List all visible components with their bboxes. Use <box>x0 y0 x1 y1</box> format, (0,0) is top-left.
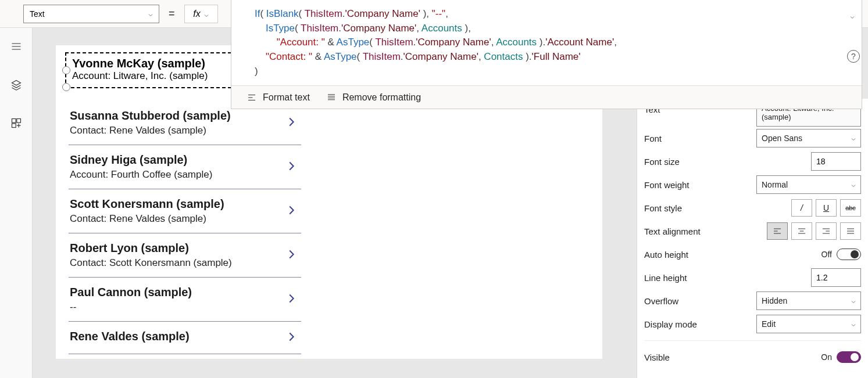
chevron-down-icon <box>147 11 153 17</box>
chevron-right-icon[interactable] <box>285 248 298 263</box>
prop-fontweight-label: Font weight <box>644 180 756 190</box>
gallery-item[interactable]: Sidney Higa (sample) Account: Fourth Cof… <box>69 145 301 189</box>
gallery-item-subtitle: Account: Fourth Coffee (sample) <box>70 169 273 181</box>
format-text-button[interactable]: Format text <box>247 92 310 103</box>
left-nav-rail <box>0 0 33 378</box>
autoheight-toggle[interactable] <box>837 249 861 260</box>
italic-button[interactable]: / <box>791 199 812 217</box>
gallery-item-subtitle: Contact: Rene Valdes (sample) <box>70 213 273 225</box>
prop-fontsize-label: Font size <box>644 157 811 167</box>
chevron-right-icon[interactable] <box>285 160 298 175</box>
svg-rect-0 <box>12 119 16 123</box>
layers-icon[interactable] <box>10 79 22 93</box>
gallery-item[interactable]: Scott Konersmann (sample) Contact: Rene … <box>69 189 301 233</box>
gallery[interactable]: Susanna Stubberod (sample) Contact: Rene… <box>69 101 301 354</box>
gallery-item[interactable]: Rene Valdes (sample) <box>69 322 301 354</box>
strikethrough-button[interactable]: abc <box>840 199 861 217</box>
formula-code[interactable]: If( IsBlank( ThisItem.'Company Name' ), … <box>231 0 862 85</box>
align-left-button[interactable] <box>767 222 788 240</box>
chevron-down-icon <box>850 321 856 327</box>
align-right-button[interactable] <box>816 222 837 240</box>
chevron-right-icon[interactable] <box>285 204 298 219</box>
chevron-right-icon[interactable] <box>285 292 298 307</box>
prop-font-label: Font <box>644 134 756 143</box>
chevron-right-icon[interactable] <box>285 330 298 345</box>
chevron-right-icon[interactable] <box>285 116 298 131</box>
gallery-item-title: Rene Valdes (sample) <box>70 330 273 343</box>
gallery-item-title: Robert Lyon (sample) <box>70 242 273 255</box>
remove-formatting-button[interactable]: Remove formatting <box>326 92 421 103</box>
svg-rect-2 <box>12 124 16 128</box>
prop-fontsize-input[interactable] <box>811 152 861 171</box>
underline-button[interactable]: U <box>816 199 837 217</box>
gallery-item[interactable]: Robert Lyon (sample) Contact: Scott Kone… <box>69 233 301 278</box>
prop-overflow-label: Overflow <box>644 296 756 306</box>
help-icon[interactable]: ? <box>847 50 860 63</box>
gallery-item-title: Paul Cannon (sample) <box>70 286 273 299</box>
gallery-item-subtitle: Contact: Rene Valdes (sample) <box>70 125 273 136</box>
prop-lineheight-label: Line height <box>644 273 811 283</box>
prop-displaymode-label: Display mode <box>644 319 756 329</box>
chevron-down-icon <box>850 182 856 188</box>
property-selector[interactable]: Text <box>23 5 159 23</box>
properties-panel: Text Account: Litware, Inc. (sample) Fon… <box>637 99 868 378</box>
prop-visible-label: Visible <box>644 352 821 362</box>
gallery-item-subtitle: Contact: Scott Konersmann (sample) <box>70 257 273 269</box>
gallery-item-title: Scott Konersmann (sample) <box>70 197 273 211</box>
prop-textalign-label: Text alignment <box>644 226 767 236</box>
prop-autoheight-label: Auto height <box>644 250 821 260</box>
collapse-editor-icon[interactable] <box>849 13 855 19</box>
prop-overflow-select[interactable]: Hidden <box>756 291 861 310</box>
prop-lineheight-input[interactable] <box>811 268 861 287</box>
remove-formatting-label: Remove formatting <box>342 92 421 103</box>
hamburger-icon[interactable] <box>10 41 22 55</box>
prop-autoheight-value: Off <box>821 250 832 259</box>
prop-visible-value: On <box>821 352 832 362</box>
chevron-down-icon <box>850 298 856 304</box>
property-selector-value: Text <box>30 9 45 19</box>
gallery-item-title: Susanna Stubberod (sample) <box>70 109 273 123</box>
align-justify-button[interactable] <box>840 222 861 240</box>
prop-displaymode-select[interactable]: Edit <box>756 315 861 333</box>
insert-icon[interactable] <box>10 117 22 131</box>
gallery-item-title: Sidney Higa (sample) <box>70 153 273 167</box>
resize-handle[interactable] <box>62 83 70 91</box>
align-center-button[interactable] <box>791 222 812 240</box>
svg-rect-1 <box>16 119 20 123</box>
resize-handle[interactable] <box>62 66 70 74</box>
gallery-item[interactable]: Paul Cannon (sample) -- <box>69 278 301 322</box>
prop-font-select[interactable]: Open Sans <box>756 129 861 147</box>
formula-editor: If( IsBlank( ThisItem.'Company Name' ), … <box>231 0 862 109</box>
chevron-down-icon <box>850 135 856 141</box>
formula-editor-toolbar: Format text Remove formatting <box>231 85 862 109</box>
prop-fontstyle-label: Font style <box>644 203 791 213</box>
gallery-item-subtitle: -- <box>70 301 273 313</box>
fx-icon[interactable]: fx <box>184 5 218 23</box>
visible-toggle[interactable] <box>837 351 861 363</box>
format-text-label: Format text <box>263 92 310 103</box>
equals-sign: = <box>165 8 178 20</box>
prop-fontweight-select[interactable]: Normal <box>756 175 861 194</box>
chevron-down-icon <box>203 11 209 17</box>
